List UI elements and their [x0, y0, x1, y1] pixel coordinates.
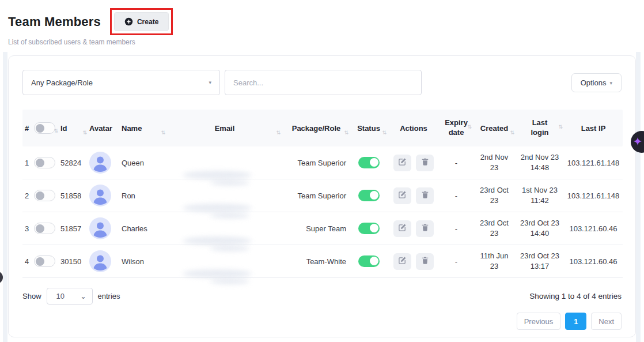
create-button-label: Create [137, 18, 158, 26]
sort-icon: ⇅ [558, 124, 563, 130]
member-last-login: 23rd Oct 23 14:40 [518, 218, 562, 239]
page-title: Team Members [8, 14, 101, 29]
member-created: 11th Jun 23 [478, 251, 511, 272]
delete-button[interactable] [416, 220, 434, 237]
member-created: 23rd Oct 23 [478, 185, 511, 206]
table-row: 2 51858 Ron Team Superior [22, 179, 623, 212]
member-last-ip: 103.121.60.46 [564, 224, 623, 233]
trash-icon [421, 157, 429, 168]
search-input[interactable] [225, 70, 422, 95]
entries-label: entries [98, 292, 120, 300]
page-header: Team Members Create [8, 8, 173, 35]
delete-button[interactable] [416, 155, 434, 171]
table-footer: Show 10 ⌄ entries Showing 1 to 4 of 4 en… [22, 288, 622, 305]
row-select-toggle[interactable] [34, 223, 55, 234]
member-last-login: 23rd Oct 23 13:17 [518, 251, 562, 272]
page-size-select[interactable]: 10 ⌄ [47, 288, 93, 305]
member-last-ip: 103.121.60.46 [564, 257, 623, 266]
create-button[interactable]: Create [114, 12, 169, 31]
row-index: 4 [25, 257, 29, 266]
member-id: 52824 [59, 159, 88, 167]
edit-icon [398, 256, 407, 266]
member-expiry-date: - [440, 191, 473, 200]
member-name: Queen [120, 159, 166, 167]
member-id: 30150 [59, 257, 88, 266]
row-index: 3 [25, 224, 29, 233]
create-highlight-box: Create [110, 8, 173, 35]
row-index: 2 [25, 191, 29, 200]
member-name: Ron [120, 191, 166, 200]
package-role-value: Any Package/Role [31, 78, 93, 87]
edit-button[interactable] [393, 187, 411, 204]
member-last-ip: 103.121.61.148 [564, 159, 623, 167]
member-package-role: Team Superior [282, 191, 350, 200]
column-header-index[interactable]: # ⇅ [22, 122, 59, 134]
member-package-role: Team Superior [282, 159, 350, 167]
chevron-down-icon: ⌄ [80, 292, 86, 300]
sort-icon: ⇅ [510, 130, 514, 136]
member-last-ip: 103.121.61.148 [564, 191, 623, 200]
column-header-last-ip: Last IP [564, 124, 623, 133]
page-size-value: 10 [56, 292, 65, 300]
trash-icon [421, 223, 429, 234]
avatar [89, 185, 111, 206]
trash-icon [421, 190, 429, 201]
plus-circle-icon [124, 17, 133, 26]
member-expiry-date: - [440, 224, 473, 233]
table-row: 4 30150 Wilson Team-White [22, 245, 623, 278]
member-name: Charles [120, 224, 166, 233]
member-expiry-date: - [440, 257, 473, 266]
row-select-toggle[interactable] [34, 157, 55, 168]
member-id: 51858 [59, 191, 88, 200]
row-select-toggle[interactable] [34, 190, 55, 201]
column-header-id[interactable]: Id ⇅ [59, 124, 88, 133]
trash-icon [421, 256, 429, 266]
column-header-created[interactable]: Created ⇅ [473, 124, 516, 133]
member-expiry-date: - [440, 159, 473, 167]
edit-button[interactable] [393, 220, 411, 237]
edit-button[interactable] [393, 253, 411, 270]
avatar [89, 250, 111, 272]
showing-entries-text: Showing 1 to 4 of 4 entries [529, 292, 622, 300]
sort-icon: ⇅ [54, 128, 58, 134]
sort-icon: ⇅ [276, 130, 281, 136]
column-header-expiry-date[interactable]: Expiry date ⇅ [440, 118, 473, 138]
sort-icon: ⇅ [344, 130, 348, 136]
pagination-previous-button[interactable]: Previous [517, 313, 561, 330]
status-toggle[interactable] [358, 157, 380, 168]
options-button[interactable]: Options ▾ [571, 73, 622, 92]
edit-button[interactable] [393, 155, 411, 171]
sort-icon: ⇅ [467, 124, 472, 130]
table-header-row: # ⇅ Id ⇅ Avatar Name ⇅ Email ⇅ Package/R… [22, 110, 623, 146]
column-header-status[interactable]: Status ⇅ [350, 124, 388, 133]
sparkle-icon [632, 137, 643, 147]
sort-icon: ⇅ [82, 130, 87, 136]
status-toggle[interactable] [358, 255, 380, 267]
team-members-table: # ⇅ Id ⇅ Avatar Name ⇅ Email ⇅ Package/R… [22, 110, 623, 278]
column-header-package-role[interactable]: Package/Role ⇅ [282, 124, 350, 133]
column-header-avatar: Avatar [88, 124, 120, 133]
pagination: Previous 1 Next [22, 313, 622, 330]
status-toggle[interactable] [358, 223, 380, 234]
member-last-login: 2nd Nov 23 14:48 [518, 152, 562, 173]
delete-button[interactable] [416, 253, 434, 270]
delete-button[interactable] [416, 187, 434, 204]
page-gutter-right [636, 52, 641, 342]
chevron-down-icon: ▾ [209, 80, 211, 85]
pagination-next-button[interactable]: Next [591, 313, 622, 330]
member-created: 2nd Nov 23 [478, 152, 511, 173]
member-id: 51857 [59, 224, 88, 233]
select-all-toggle[interactable] [34, 122, 55, 134]
column-header-last-login[interactable]: Last login ⇅ [516, 118, 564, 138]
avatar [89, 217, 111, 239]
member-package-role: Team-White [282, 257, 350, 266]
column-header-name[interactable]: Name ⇅ [120, 124, 166, 133]
package-role-select[interactable]: Any Package/Role ▾ [22, 70, 220, 95]
show-label: Show [22, 292, 41, 300]
status-toggle[interactable] [358, 190, 380, 201]
row-select-toggle[interactable] [34, 255, 55, 267]
column-header-email[interactable]: Email ⇅ [166, 124, 282, 133]
sort-icon: ⇅ [161, 130, 165, 136]
options-button-label: Options [581, 78, 607, 87]
pagination-page-1-button[interactable]: 1 [565, 313, 586, 330]
